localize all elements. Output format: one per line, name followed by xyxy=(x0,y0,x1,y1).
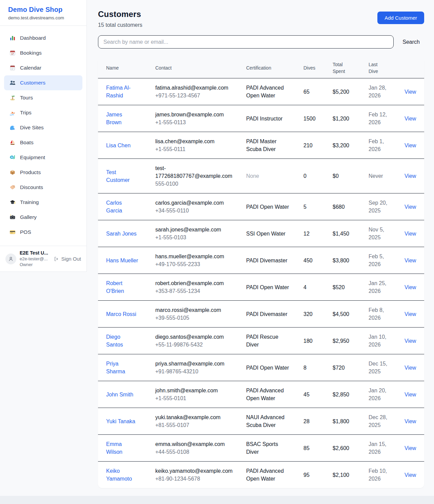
add-customer-button[interactable]: Add Customer xyxy=(377,12,424,24)
view-link[interactable]: View xyxy=(402,364,424,372)
people-icon xyxy=(9,80,16,86)
customer-name-link[interactable]: John Smith xyxy=(98,391,155,398)
customer-contact: yuki.tanaka@example.com +81-555-0107 xyxy=(155,413,246,429)
customer-last-dive: Feb 1, 2026 xyxy=(369,137,402,153)
view-link[interactable]: View xyxy=(402,142,424,149)
sidebar-item-dashboard[interactable]: Dashboard xyxy=(4,31,82,45)
view-link[interactable]: View xyxy=(402,471,424,479)
sidebar-item-tours[interactable]: Tours xyxy=(4,90,82,105)
customer-last-dive: Nov 5, 2025 xyxy=(369,226,402,241)
customer-name-link[interactable]: James Brown xyxy=(98,111,155,126)
sidebar-item-customers[interactable]: Customers xyxy=(4,75,82,90)
customer-total-spent: $2,600 xyxy=(333,444,369,452)
search-button[interactable]: Search xyxy=(398,36,424,48)
brand: Demo Dive Shop demo.test.divestreams.com xyxy=(0,0,86,26)
customer-name-link[interactable]: Diego Santos xyxy=(98,333,155,349)
sidebar-item-training[interactable]: Training xyxy=(4,195,82,210)
view-link[interactable]: View xyxy=(402,310,424,318)
customer-name-link[interactable]: Fatima Al-Rashid xyxy=(98,84,155,99)
person-icon xyxy=(8,256,14,262)
customer-total-spent: $1,450 xyxy=(333,230,369,238)
customer-dives: 320 xyxy=(303,310,333,318)
customer-total-spent: $4,500 xyxy=(333,310,369,318)
customer-phone: +1-555-0111 xyxy=(155,145,238,153)
table-row: Test Customer test-1772681807767@example… xyxy=(98,159,424,193)
customer-phone: +1-555-0103 xyxy=(155,234,238,241)
customer-dives: 4 xyxy=(303,283,333,291)
search-input[interactable] xyxy=(98,35,394,49)
table-row: Lisa Chen lisa.chen@example.com +1-555-0… xyxy=(98,132,424,159)
column-header-certification: Certification xyxy=(246,64,303,71)
sidebar-item-dive-sites[interactable]: Dive Sites xyxy=(4,120,82,135)
sign-out-label: Sign Out xyxy=(61,256,81,262)
customer-contact: carlos.garcia@example.com +34-555-0110 xyxy=(155,199,246,214)
customer-phone: +1-555-0113 xyxy=(155,118,238,126)
sidebar-item-equipment[interactable]: Equipment xyxy=(4,150,82,165)
view-link[interactable]: View xyxy=(402,257,424,264)
island-icon xyxy=(9,95,16,101)
customer-email: emma.wilson@example.com xyxy=(155,440,238,448)
customer-total-spent: $720 xyxy=(333,364,369,372)
sidebar-item-boats[interactable]: Boats xyxy=(4,135,82,150)
customer-total-spent: $680 xyxy=(333,203,369,211)
customer-email: keiko.yamamoto@example.com xyxy=(155,467,238,475)
customer-name-link[interactable]: Keiko Yamamoto xyxy=(98,467,155,483)
page: Demo Dive Shop demo.test.divestreams.com… xyxy=(0,0,434,496)
sidebar-item-gallery[interactable]: Gallery xyxy=(4,210,82,225)
customer-name-link[interactable]: Hans Mueller xyxy=(98,257,155,264)
sign-out-button[interactable]: Sign Out xyxy=(54,256,81,262)
customer-certification: BSAC Sports Diver xyxy=(246,440,303,456)
customer-phone: +91-98765-43210 xyxy=(155,368,238,375)
view-link[interactable]: View xyxy=(402,417,424,425)
view-link[interactable]: View xyxy=(402,115,424,123)
sidebar-item-calendar[interactable]: Calendar xyxy=(4,60,82,75)
customer-name-link[interactable]: Yuki Tanaka xyxy=(98,417,155,425)
table-row: Diego Santos diego.santos@example.com +5… xyxy=(98,328,424,354)
sidebar-item-pos[interactable]: POS xyxy=(4,225,82,240)
view-link[interactable]: View xyxy=(402,88,424,96)
customer-name-link[interactable]: Carlos Garcia xyxy=(98,199,155,214)
brand-name: Demo Dive Shop xyxy=(8,6,78,14)
customer-total-spent: $3,200 xyxy=(333,142,369,149)
view-link[interactable]: View xyxy=(402,444,424,452)
sidebar-item-trips[interactable]: Trips xyxy=(4,105,82,120)
sidebar-item-discounts[interactable]: Discounts xyxy=(4,180,82,195)
customer-phone: +81-555-0107 xyxy=(155,421,238,429)
customer-total-spent: $5,200 xyxy=(333,88,369,96)
customer-contact: test-1772681807767@example.com 555-0100 xyxy=(155,164,246,188)
customer-last-dive: Dec 28, 2025 xyxy=(369,413,402,429)
customer-dives: 0 xyxy=(303,172,333,180)
sidebar-item-bookings[interactable]: 17 Bookings xyxy=(4,45,82,60)
customer-name-link[interactable]: Emma Wilson xyxy=(98,440,155,456)
customer-dives: 210 xyxy=(303,142,333,149)
customer-phone: +34-555-0110 xyxy=(155,207,238,214)
customer-name-link[interactable]: Sarah Jones xyxy=(98,230,155,238)
search-row: Search xyxy=(98,35,424,49)
title-block: Customers 15 total customers xyxy=(98,10,142,28)
customer-email: marco.rossi@example.com xyxy=(155,306,238,314)
tag-icon xyxy=(9,184,16,190)
customer-last-dive: Feb 12, 2026 xyxy=(369,111,402,126)
customer-contact: marco.rossi@example.com +39-555-0105 xyxy=(155,306,246,322)
customer-certification: SSI Open Water xyxy=(246,230,303,238)
customer-name-link[interactable]: Lisa Chen xyxy=(98,142,155,149)
customer-certification: PADI Advanced Open Water xyxy=(246,84,303,99)
view-link[interactable]: View xyxy=(402,172,424,180)
customer-name-link[interactable]: Priya Sharma xyxy=(98,360,155,375)
view-link[interactable]: View xyxy=(402,203,424,211)
customer-name-link[interactable]: Marco Rossi xyxy=(98,310,155,318)
customer-email: diego.santos@example.com xyxy=(155,333,238,341)
customer-dives: 85 xyxy=(303,444,333,452)
view-link[interactable]: View xyxy=(402,230,424,238)
sidebar-item-products[interactable]: Products xyxy=(4,165,82,180)
customer-certification: None xyxy=(246,172,303,180)
sidebar: Demo Dive Shop demo.test.divestreams.com… xyxy=(0,0,87,272)
customer-name-link[interactable]: Robert O'Brien xyxy=(98,279,155,295)
view-link[interactable]: View xyxy=(402,391,424,398)
view-link[interactable]: View xyxy=(402,337,424,345)
customer-name-link[interactable]: Test Customer xyxy=(98,168,155,184)
table-row: John Smith john.smith@example.com +1-555… xyxy=(98,381,424,408)
customer-dives: 45 xyxy=(303,391,333,398)
customer-last-dive: Sep 20, 2025 xyxy=(369,199,402,214)
view-link[interactable]: View xyxy=(402,283,424,291)
